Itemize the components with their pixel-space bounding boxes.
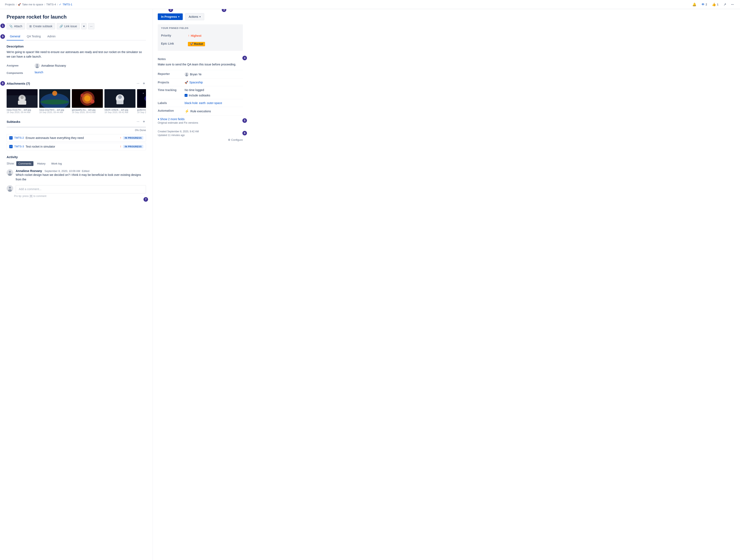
configure-button[interactable]: ⚙ Configure [228,138,243,142]
label-earth[interactable]: earth [199,101,206,105]
page-title: Prepare rocket for launch [7,14,146,20]
automation-label: Automation [158,109,185,112]
breadcrumb-projects[interactable]: Projects [5,3,15,6]
subtasks-header: Subtasks ··· + [7,118,146,125]
breadcrumb-parent[interactable]: TMTS-4 [46,3,56,6]
attach-button[interactable]: 📎 Attach [7,23,25,29]
assignee-avatar [35,63,39,68]
notifications-button[interactable]: 🔔 [691,2,698,7]
subtask-1-priority-icon: ↑ [120,136,121,140]
more-options-button[interactable]: ··· [730,2,735,7]
subtask-2-status[interactable]: IN PROGRESS [123,145,143,148]
svg-point-7 [20,96,24,99]
share-icon: ↗ [724,2,726,6]
label-black-hole[interactable]: black-hole [185,101,198,105]
subtasks-title: Subtasks [7,120,20,123]
work-log-tab[interactable]: Work log [49,161,64,166]
subtask-item-2: ☑ TMTS-3 Test rocket in simulator ↑ IN P… [7,143,146,150]
automation-text: Rule executions [190,110,211,113]
add-attachment-button[interactable]: + [142,80,146,87]
link-issue-button[interactable]: 🔗 Link issue [57,23,80,29]
bell-icon: 🔔 [692,2,697,6]
reporter-label: Reporter [158,72,185,76]
breadcrumb-issue[interactable]: TMTS-1 [63,3,72,6]
assignee-name[interactable]: Annaliese Rozvany [41,64,66,67]
spaceship-icon: 🚀 [185,81,188,84]
share-button[interactable]: ↗ [722,2,727,7]
attachment-4-name: niketh-vellank... ash.jpg [104,109,135,111]
time-tracking-row: Time tracking No time logged ✓ Include s… [158,86,243,99]
app-container: Projects / 🚀 Take me to space / TMTS-4 /… [0,0,740,560]
subtask-2-priority-icon: ↑ [120,145,121,149]
show-more-button[interactable]: ▾ Show 2 more fields [158,117,243,121]
reporter-value: Bryan Ye [185,72,243,76]
breadcrumb: Projects / 🚀 Take me to space / TMTS-4 /… [5,3,72,6]
annotation-3: 3 [222,9,226,12]
attachments-more-button[interactable]: ··· [136,81,140,86]
description-text: We're going to space! We need to ensure … [7,50,146,59]
subtask-2-key[interactable]: TMTS-3 [14,145,24,148]
show-more-section: 5 ▾ Show 2 more fields Original estimate… [158,117,243,124]
subtask-1-icon: ☑ [9,136,13,139]
attachments-grid: nasa-OLlj17tU... ash.jpg 18 Sep 2020, 09… [7,89,146,113]
components-link[interactable]: launch [35,71,43,74]
svg-point-37 [8,189,12,192]
watch-button[interactable]: 👁 2 [700,2,708,7]
annotation-9: 9 [0,34,5,39]
space-icon: 🚀 [18,3,21,6]
labels-label: Labels [158,101,185,105]
svg-point-39 [186,73,187,75]
priority-text: Highest [191,34,201,37]
attachment-5-name: guillermo-ferl... i [137,109,146,111]
status-dropdown-icon: ▾ [178,15,179,18]
comment-1-avatar [7,169,13,176]
projects-field-label: Projects [158,81,185,84]
history-tab[interactable]: History [35,161,48,166]
expand-toolbar-button[interactable]: ▾ [81,23,87,29]
attachments-title: Attachments (7) [7,82,30,85]
actions-button[interactable]: Actions ▾ [185,13,204,20]
subtask-1-status[interactable]: IN PROGRESS [123,136,143,139]
tab-general[interactable]: General [7,32,23,40]
tabs: 9 General QA Testing Admin [7,32,146,40]
subtasks-more-button[interactable]: ··· [136,119,140,124]
breadcrumb-space[interactable]: Take me to space [22,3,43,6]
include-subtasks-checkbox[interactable]: ✓ [185,94,187,97]
add-subtask-button[interactable]: + [142,118,146,125]
include-subtasks-label: Include subtasks [189,94,210,97]
create-subtask-button[interactable]: ⊞ Create subtask [27,23,55,29]
subtask-icon: ⊞ [29,24,32,28]
status-button[interactable]: In Progress ▾ [158,13,183,20]
description-section: Description We're going to space! We nee… [7,44,146,59]
epic-link-row: Epic Link 🚀 Rocket [161,40,240,48]
tab-admin[interactable]: Admin [44,32,59,40]
annotation-6: 6 [243,131,247,135]
annotation-7: 7 [144,197,148,202]
comments-tab[interactable]: Comments [16,161,33,166]
comment-input[interactable]: Add a comment... [16,185,146,193]
breadcrumb-sep-1: / [16,3,16,6]
annotation-5: 5 [243,118,247,123]
thumbs-up-icon: 👍 [712,2,716,6]
project-link[interactable]: Spaceship [189,81,203,84]
description-label: Description [7,44,146,48]
tab-qa-testing[interactable]: QA Testing [23,32,44,40]
activity-title: Activity [7,155,146,159]
epic-badge[interactable]: 🚀 Rocket [188,42,205,46]
svg-point-16 [84,95,90,102]
label-outer-space[interactable]: outer-space [207,101,222,105]
attachments-header: Attachments (7) ··· + [7,80,146,87]
gear-icon: ⚙ [228,138,230,142]
subtasks-progress-bar [7,126,146,128]
right-panel: 2 3 In Progress ▾ Actions ▾ YOUR PINNED … [153,9,248,560]
svg-point-34 [8,173,12,176]
like-button[interactable]: 👍 1 [711,2,720,7]
show-label: Show: [7,162,15,165]
svg-rect-23 [116,100,123,104]
more-icon: ··· [731,3,734,6]
attachment-1: nasa-OLlj17tU... ash.jpg 18 Sep 2020, 09… [7,89,37,113]
status-label: In Progress [161,15,177,18]
comment-tip: Pro tip: press M to comment [14,195,146,198]
more-toolbar-button[interactable]: ··· [88,23,94,29]
subtask-1-key[interactable]: TMTS-2 [14,136,24,139]
